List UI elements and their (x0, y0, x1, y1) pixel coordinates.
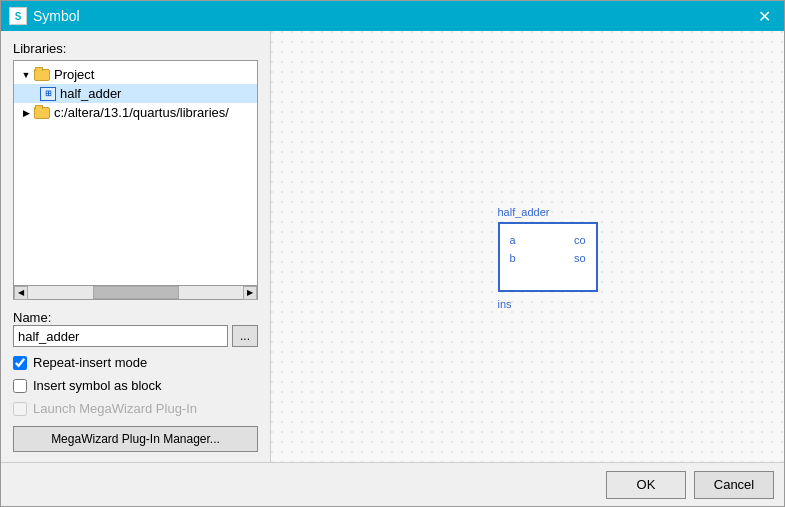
tree-label-half-adder: half_adder (60, 86, 121, 101)
insert-block-label[interactable]: Insert symbol as block (33, 378, 162, 393)
launch-megawizard-label: Launch MegaWizard Plug-In (33, 401, 197, 416)
ok-button[interactable]: OK (606, 471, 686, 499)
tree-item-half-adder[interactable]: ⊞ half_adder (14, 84, 257, 103)
insert-block-row: Insert symbol as block (13, 378, 258, 393)
port-a: a (510, 234, 516, 246)
browse-button[interactable]: ... (232, 325, 258, 347)
library-tree[interactable]: ▼ Project ⊞ half_adder ▶ c:/altera/13.1/… (13, 60, 258, 286)
port-left: a b (510, 234, 516, 264)
repeat-insert-row: Repeat-insert mode (13, 355, 258, 370)
footer: OK Cancel (1, 462, 784, 506)
scroll-left-arrow[interactable]: ◀ (14, 286, 28, 300)
left-panel: Libraries: ▼ Project ⊞ half_adder ▶ (1, 31, 271, 462)
tree-item-altera-libs[interactable]: ▶ c:/altera/13.1/quartus/libraries/ (14, 103, 257, 122)
title-bar: S Symbol ✕ (1, 1, 784, 31)
name-section: Name: ... (13, 310, 258, 347)
name-label: Name: (13, 310, 51, 325)
symbol-instance: ins (498, 298, 512, 310)
folder-icon-project (34, 69, 50, 81)
folder-icon-altera (34, 107, 50, 119)
symbol-title: half_adder (498, 206, 550, 218)
name-input[interactable] (13, 325, 228, 347)
scroll-track[interactable] (28, 286, 243, 299)
tree-arrow-altera: ▶ (20, 107, 32, 119)
symbol-dialog: S Symbol ✕ Libraries: ▼ Project ⊞ half_a (0, 0, 785, 507)
scroll-thumb[interactable] (93, 286, 179, 299)
window-title: Symbol (33, 8, 752, 24)
tree-item-project[interactable]: ▼ Project (14, 65, 257, 84)
chip-icon-half-adder: ⊞ (40, 87, 56, 101)
launch-megawizard-row: Launch MegaWizard Plug-In (13, 401, 258, 416)
insert-block-checkbox[interactable] (13, 379, 27, 393)
port-co: co (574, 234, 586, 246)
tree-label-altera: c:/altera/13.1/quartus/libraries/ (54, 105, 229, 120)
close-button[interactable]: ✕ (752, 4, 776, 28)
preview-panel: half_adder a b co so (271, 31, 784, 462)
port-b: b (510, 252, 516, 264)
repeat-insert-checkbox[interactable] (13, 356, 27, 370)
symbol-box: a b co so (498, 222, 598, 292)
port-so: so (574, 252, 586, 264)
tree-label-project: Project (54, 67, 94, 82)
symbol-preview: half_adder a b co so (498, 202, 598, 292)
symbol-container: half_adder a b co so (498, 222, 598, 292)
libraries-label: Libraries: (13, 41, 258, 56)
scroll-right-arrow[interactable]: ▶ (243, 286, 257, 300)
name-input-row: ... (13, 325, 258, 347)
bottom-buttons: MegaWizard Plug-In Manager... (13, 426, 258, 452)
window-icon: S (9, 7, 27, 25)
cancel-button[interactable]: Cancel (694, 471, 774, 499)
symbol-ports: a b co so (510, 234, 586, 264)
launch-megawizard-checkbox[interactable] (13, 402, 27, 416)
tree-scrollbar[interactable]: ◀ ▶ (13, 286, 258, 300)
repeat-insert-label[interactable]: Repeat-insert mode (33, 355, 147, 370)
port-right: co so (574, 234, 586, 264)
tree-arrow-project: ▼ (20, 69, 32, 81)
main-content: Libraries: ▼ Project ⊞ half_adder ▶ (1, 31, 784, 462)
megawizard-button[interactable]: MegaWizard Plug-In Manager... (13, 426, 258, 452)
